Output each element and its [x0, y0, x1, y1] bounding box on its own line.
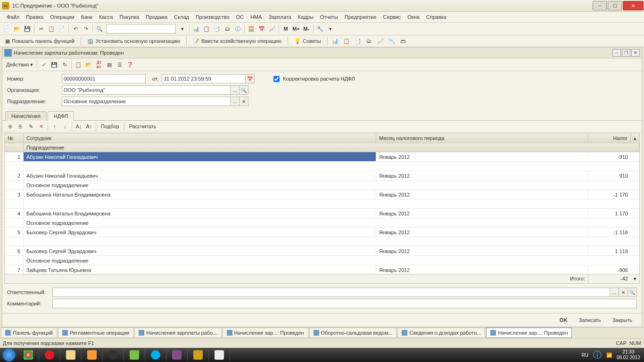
window-minimize-button[interactable]: ─ — [593, 1, 607, 10]
table-sub-row[interactable] — [5, 237, 639, 247]
table-row[interactable]: 2Абузин Николай ГеннадьевичЯнварь 201291… — [5, 171, 639, 181]
menu-help[interactable]: Справка — [423, 13, 449, 21]
menu-hr[interactable]: Кадры — [295, 13, 316, 21]
number-field[interactable]: 00000000001 — [62, 74, 146, 83]
menu-nma[interactable]: НМА — [248, 13, 264, 21]
resp-open-button[interactable]: 🔍 — [628, 288, 637, 297]
tool-icon[interactable]: 📑 — [212, 24, 222, 33]
col-month[interactable]: Месяц налогового периода — [376, 134, 588, 143]
dep-select-button[interactable]: ... — [231, 97, 239, 106]
table-sub-row[interactable]: Основное подразделение — [5, 218, 639, 228]
dep-clear-button[interactable]: ✕ — [239, 97, 248, 106]
tray-help-icon[interactable]: ⓘ — [593, 349, 602, 361]
tray-network-icon[interactable]: 📶 — [606, 353, 612, 358]
menu-service[interactable]: Сервис — [380, 13, 404, 21]
struct-icon[interactable]: ▤ — [105, 60, 114, 69]
menu-purchase[interactable]: Покупка — [117, 13, 142, 21]
table-row[interactable]: 1Абузин Николай ГеннадьевичЯнварь 2012-9… — [5, 152, 639, 162]
resp-clear-button[interactable]: ✕ — [619, 288, 628, 297]
save-icon[interactable]: 💾 — [50, 60, 59, 69]
task-doc1[interactable]: Начисление зар...: Проведен — [223, 328, 308, 338]
org-open-button[interactable]: 🔍 — [239, 85, 248, 95]
add-icon[interactable]: ⊕ — [5, 122, 15, 131]
menu-enterprise[interactable]: Предприятие — [342, 13, 380, 21]
dropdown-icon[interactable]: ▾ — [178, 24, 187, 33]
ok-button[interactable]: OK — [556, 316, 571, 324]
show-panel-button[interactable]: ▦Показать панель функций — [2, 37, 78, 46]
m-icon[interactable]: M — [281, 24, 290, 33]
taskbar-hp[interactable] — [103, 349, 124, 361]
taskbar-mediaplayer[interactable] — [82, 349, 103, 361]
menu-cash[interactable]: Касса — [96, 13, 116, 21]
correction-checkbox[interactable] — [273, 76, 280, 82]
redo-icon[interactable]: ↷ — [81, 24, 91, 33]
table-sub-row[interactable] — [5, 162, 639, 171]
menu-file[interactable]: Файл — [4, 13, 22, 21]
tool-icon[interactable]: 📋 — [202, 24, 211, 33]
taskbar-explorer[interactable] — [60, 349, 82, 361]
table-row[interactable]: 5Быховер Сергей ЭдуардовичЯнварь 2012-1 … — [5, 228, 639, 237]
dt-icon[interactable]: ДтКт — [94, 60, 104, 69]
move-up-icon[interactable]: ↑ — [50, 122, 59, 131]
tips-button[interactable]: 💡Советы — [291, 37, 324, 46]
lang-indicator[interactable]: RU — [581, 353, 588, 358]
date-field[interactable]: 31.01.2012 23:59:59 — [162, 74, 246, 83]
table-sub-row[interactable]: Основное подразделение — [5, 181, 639, 190]
menu-reports[interactable]: Отчеты — [317, 13, 341, 21]
post-icon[interactable]: ✓ — [39, 60, 49, 69]
col-number[interactable]: № — [5, 134, 24, 143]
settings-icon[interactable]: 🔧 — [315, 24, 325, 33]
window-maximize-button[interactable]: ☐ — [608, 1, 622, 10]
menu-bank[interactable]: Банк — [78, 13, 95, 21]
report-icon[interactable]: 📉 — [387, 36, 396, 46]
tool-icon[interactable]: 🗂 — [223, 24, 232, 33]
scroll-up-button[interactable]: ▴ — [631, 134, 639, 143]
calc-icon[interactable]: 🧮 — [247, 24, 256, 33]
table-row[interactable]: 7Зайцева Татьяна ЮрьевнаЯнварь 2012-806 — [5, 265, 639, 274]
search-icon[interactable]: 🔍 — [95, 24, 104, 33]
report-icon[interactable]: 🗃 — [398, 36, 408, 46]
col-department[interactable]: Подразделение — [24, 143, 639, 152]
menu-salary[interactable]: Зарплата — [266, 13, 294, 21]
sort-desc-icon[interactable]: A↑ — [84, 122, 94, 131]
dep-field[interactable]: Основное подразделение — [62, 97, 231, 106]
paste-icon[interactable]: 📄 — [57, 24, 66, 33]
write-button[interactable]: Записать — [575, 316, 605, 324]
window-close-button[interactable]: ✕ — [623, 1, 644, 10]
delete-icon[interactable]: ✕ — [36, 122, 46, 131]
cut-icon[interactable]: ✂ — [36, 24, 46, 33]
report-icon[interactable]: 📑 — [353, 36, 363, 46]
calendar-icon[interactable]: 📅 — [257, 24, 266, 33]
tool-icon[interactable]: 📊 — [191, 24, 201, 33]
taskbar-opera[interactable] — [39, 349, 60, 361]
enter-op-button[interactable]: 📝Ввести хозяйственную операцию — [190, 37, 285, 46]
task-reg-ops[interactable]: Регламентные операции — [58, 328, 133, 338]
copy-icon[interactable]: 📋 — [74, 60, 83, 69]
scroll-down-button[interactable]: ▾ — [631, 274, 639, 283]
table-sub-row[interactable] — [5, 199, 639, 209]
table-sub-row[interactable]: Основное подразделение — [5, 256, 639, 265]
tab-accruals[interactable]: Начисления — [5, 111, 47, 121]
menu-operations[interactable]: Операции — [47, 13, 77, 21]
new-icon[interactable]: 📄 — [2, 24, 11, 33]
actions-menu[interactable]: Действия ▾ — [4, 61, 35, 69]
taskbar-winrar[interactable] — [166, 349, 188, 361]
tab-ndfl[interactable]: НДФЛ — [48, 111, 74, 121]
doc-min-button[interactable]: ─ — [612, 49, 621, 57]
dropdown-icon[interactable]: ▾ — [326, 24, 335, 33]
resp-field[interactable] — [52, 288, 610, 297]
task-doc-active[interactable]: Начисление зар...: Проведен — [486, 328, 572, 338]
task-accruals[interactable]: Начисления зарплаты рабо... — [134, 328, 221, 338]
calc-button[interactable]: Рассчитать — [126, 123, 159, 129]
report-icon[interactable]: 📈 — [376, 36, 385, 46]
taskbar-icq[interactable] — [124, 349, 145, 361]
menu-warehouse[interactable]: Склад — [171, 13, 192, 21]
move-down-icon[interactable]: ↓ — [60, 122, 70, 131]
task-panel[interactable]: Панель функций — [1, 328, 57, 338]
copy-icon[interactable]: 📋 — [47, 24, 56, 33]
date-picker-button[interactable]: 📅 — [246, 74, 255, 83]
table-row[interactable]: 6Быховер Сергей ЭдуардовичЯнварь 20121 1… — [5, 247, 639, 256]
sort-asc-icon[interactable]: A↓ — [74, 122, 83, 131]
select-button[interactable]: Подбор — [98, 123, 122, 129]
set-org-button[interactable]: 🏢Установить основную организацию — [84, 37, 184, 46]
